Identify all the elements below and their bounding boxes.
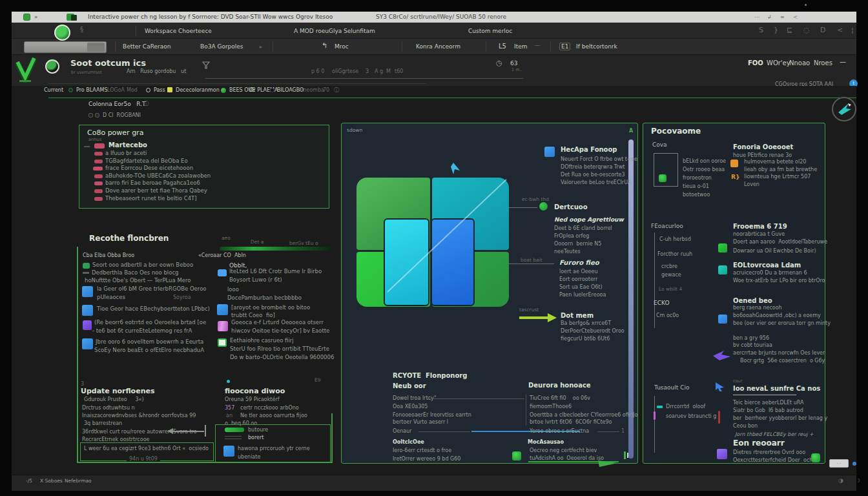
- coverage-row[interactable]: frace Eorrcou Dese eicetehooon: [105, 165, 193, 172]
- reco-item[interactable]: Tioe Geor hace EBechyboertteton LPbbc): [97, 306, 210, 313]
- list-item[interactable]: RecrarcEtrnek oostrtrcooe: [82, 437, 149, 442]
- blue-dot-icon[interactable]: [852, 462, 856, 466]
- list-item[interactable]: certr ncczkooo arbOno: [240, 405, 299, 411]
- list-item[interactable]: Gdurouk Prusteo 3«): [84, 397, 144, 402]
- tag-icon[interactable]: D: [820, 26, 825, 35]
- filter-icon[interactable]: [202, 61, 210, 69]
- list-item[interactable]: 36rdtkwel curt rou/roree autowrer Svara …: [82, 429, 197, 435]
- rail-item[interactable]: ECKO: [654, 300, 669, 306]
- snapshot-icon[interactable]: ◌: [803, 26, 810, 35]
- reco-item[interactable]: (Re beorr6 eotrrtd eo Oeroelea brtad [oe: [94, 320, 206, 326]
- close-icon[interactable]: ≺: [793, 14, 798, 20]
- search-field-handle[interactable]: [87, 43, 105, 52]
- crumb-5[interactable]: t60: [395, 68, 403, 74]
- tab-logoa[interactable]: LOGoA: [107, 87, 125, 93]
- scissors-icon[interactable]: S: [759, 26, 763, 35]
- list-item[interactable]: butoure: [248, 427, 268, 433]
- project-logo[interactable]: [45, 59, 59, 74]
- tab-pass[interactable]: Pass: [154, 87, 165, 93]
- minimize-icon[interactable]: ⋯: [754, 14, 760, 20]
- list-item[interactable]: 3q barrestrean: [84, 420, 122, 426]
- rail-item[interactable]: Forcthor ruuh: [657, 251, 692, 257]
- toggle-icon[interactable]: [95, 113, 99, 118]
- link-worey[interactable]: WOr'ey: [767, 59, 790, 67]
- tabbar-underline: [48, 98, 856, 98]
- menu-item-workspace[interactable]: Workspace Choerteece: [145, 28, 212, 34]
- toolbar-button-calibration[interactable]: Better CaReraon: [123, 43, 170, 50]
- reco-item[interactable]: Seort ooo adbertll a ber eown Beboo: [92, 262, 193, 269]
- toolbar-button-item[interactable]: Item: [514, 43, 528, 50]
- link-foo[interactable]: FOO: [748, 59, 763, 67]
- list-item[interactable]: Inaiszacorewdnvbses &hrondr oorrfovtsa 9…: [82, 413, 196, 418]
- list-item[interactable]: L weer 6u ea cegizrt 9ce3 bethn6 Ort « o…: [84, 446, 209, 451]
- list-item[interactable]: Drctrus odtuwhtsu n: [82, 405, 135, 411]
- rail-item[interactable]: crcbre: [661, 264, 677, 269]
- tab-decoloration[interactable]: Dececoloranmon: [176, 87, 220, 93]
- toolbar-button-mroc[interactable]: Mroc: [335, 43, 349, 50]
- menu-item-custom-metrics[interactable]: Custom merloc: [468, 28, 512, 34]
- info-icon[interactable]: ⓘ: [143, 101, 149, 107]
- app-logo[interactable]: [54, 25, 70, 41]
- page-title: Soot ootcum ics: [70, 59, 146, 68]
- undo-icon[interactable]: <: [837, 26, 843, 35]
- scrollbar[interactable]: [628, 140, 634, 459]
- crumb-2[interactable]: 3: [366, 68, 369, 74]
- crumb-4[interactable]: M: [386, 68, 391, 74]
- tab-mod[interactable]: Mod: [127, 87, 138, 93]
- list-item[interactable]: Oreuna 59 Picaoktérf: [225, 397, 280, 402]
- rail-item[interactable]: Drrcorrtd oloof: [666, 404, 705, 409]
- link-nroes[interactable]: Nroes: [814, 59, 832, 67]
- link-nnoao[interactable]: Nnoao: [789, 59, 810, 67]
- coverage-row[interactable]: TGBagfdartetea del BeOba Eo: [105, 158, 188, 165]
- top-strip-dot: [805, 4, 807, 6]
- tab-70[interactable]: 70: [323, 87, 329, 93]
- reco-item[interactable]: IteLted L6 Dft Crotr Bume Ir Birbo: [229, 269, 322, 275]
- rail-item[interactable]: Cm oc0o: [656, 313, 679, 318]
- mini-button[interactable]: · ·: [829, 459, 849, 468]
- reco-item[interactable]: hoNufttte Obe's Obert — TerPLua Mero: [85, 278, 191, 284]
- coverage-row[interactable]: barro firi Eae beroae Pagahca1eo6: [105, 180, 200, 187]
- coverage-row[interactable]: aBuhokdo-TOe UBECa6Ca zoalawoben: [105, 173, 211, 180]
- info-bar-icon[interactable]: ¦: [851, 26, 854, 35]
- coverage-row[interactable]: a Ifuuo br aceti: [105, 150, 147, 157]
- toolbar-button-kontra[interactable]: Konra Anceorm: [416, 43, 460, 50]
- crumb-3[interactable]: A g: [375, 68, 383, 74]
- crumb-0[interactable]: p 6 0: [311, 68, 324, 74]
- rail-item[interactable]: Lo wbilt 4: [659, 287, 682, 293]
- list-item[interactable]: hawona prrcoruoh ytr cerne: [238, 446, 310, 451]
- tab-problams[interactable]: Pro BLAAMS: [76, 87, 108, 93]
- status-record-icon[interactable]: ◑: [838, 477, 843, 484]
- right-cta[interactable]: Eon reooarr: [733, 439, 785, 448]
- chart-icon[interactable]: ⊑: [787, 26, 792, 35]
- reco-item[interactable]: [aroyot oe brombelt oo bitoo: [231, 305, 310, 311]
- info-icon[interactable]: ⓘ: [334, 87, 339, 93]
- coverage-row[interactable]: Martecebo: [108, 141, 147, 149]
- timer-sub: 1 m..: [512, 68, 522, 72]
- coverage-row[interactable]: Thebeaseort runet tie beltio C4T]: [105, 196, 197, 202]
- toggle-icon[interactable]: [88, 113, 93, 118]
- reco-item[interactable]: Dedberthla Baco Oes noo blocg: [92, 270, 178, 276]
- menu-list-icon[interactable]: ≡: [780, 14, 785, 20]
- bracket-icon[interactable]: }: [774, 26, 778, 35]
- crumb-1[interactable]: oliGgrtese: [332, 68, 358, 74]
- toolbar-button-controls[interactable]: If beltcortonrk: [576, 43, 617, 50]
- reco-item[interactable]: Goeoca e-f Lrturd Oeooeoa otserr: [231, 320, 324, 326]
- red-badge: [94, 189, 103, 193]
- list-item[interactable]: borert: [248, 435, 264, 440]
- status-moon-icon[interactable]: ☽: [855, 477, 860, 484]
- restore-icon[interactable]: ↲: [767, 14, 772, 20]
- rail-item[interactable]: soaruev btrauncti g: [666, 413, 716, 419]
- coverage-row[interactable]: Dove aarer berr tet fiae Thora Qabey: [105, 188, 207, 194]
- reco-item[interactable]: Jbre ooro 6 oovelltem boewrrh a Eeurta: [96, 339, 203, 346]
- list-item[interactable]: Ne tler aooo oarrurta fijoo: [240, 413, 307, 418]
- reco-item[interactable]: la Geer ol6 bM Gree trlerbRGOBe Oeroo: [97, 286, 207, 293]
- menu-item-selection[interactable]: A MOD roeuGlya Selunfitam: [294, 28, 375, 34]
- toolbar-button-services[interactable]: Bo3A Gorpoles: [200, 43, 243, 50]
- reco-item[interactable]: looo: [227, 287, 239, 293]
- clock-icon[interactable]: ◷: [496, 59, 502, 68]
- tab-current[interactable]: Current: [44, 87, 63, 93]
- reco-item[interactable]: Eethaiohre casrueo fiirj: [230, 338, 294, 344]
- rail-item[interactable]: C-uh herbsd: [659, 236, 691, 242]
- tab-nineomba[interactable]: Nineomba: [298, 87, 324, 93]
- rail-item[interactable]: gewace: [661, 272, 681, 278]
